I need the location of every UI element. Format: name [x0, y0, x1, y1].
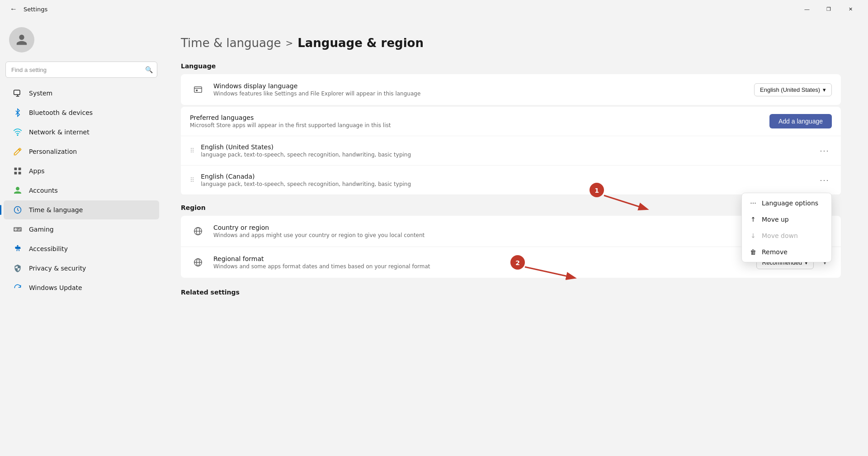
back-button[interactable]: ←: [7, 3, 20, 15]
language-section-label: Language: [181, 62, 841, 70]
personalization-nav-icon: [13, 147, 23, 157]
display-language-dropdown[interactable]: English (United States) ▾: [754, 83, 832, 96]
search-input[interactable]: [5, 62, 157, 78]
display-language-card: Windows display language Windows feature…: [181, 74, 841, 105]
display-language-action: English (United States) ▾: [754, 83, 832, 96]
svg-rect-4: [14, 172, 17, 175]
english-us-action: ···: [817, 143, 832, 158]
maximize-button[interactable]: ❐: [818, 2, 839, 16]
sidebar-item-network[interactable]: Network & internet: [4, 123, 159, 142]
app-title: Settings: [24, 6, 47, 13]
remove-icon: 🗑: [749, 248, 757, 256]
english-us-more-button[interactable]: ···: [817, 143, 832, 158]
breadcrumb: Time & language > Language & region: [181, 36, 841, 50]
country-icon: [190, 223, 206, 239]
minimize-button[interactable]: —: [797, 2, 817, 16]
sidebar-item-bluetooth[interactable]: Bluetooth & devices: [4, 103, 159, 122]
sidebar-item-accounts[interactable]: Accounts: [4, 181, 159, 200]
remove-item[interactable]: 🗑 Remove: [742, 244, 831, 260]
close-button[interactable]: ✕: [840, 2, 861, 16]
breadcrumb-parent: Time & language: [181, 36, 281, 50]
avatar: [9, 27, 34, 52]
search-container: 🔍: [5, 62, 157, 78]
breadcrumb-separator: >: [285, 38, 293, 48]
display-language-title: Windows display language: [213, 82, 747, 90]
language-options-icon: ···: [749, 200, 757, 207]
english-ca-title: English (Canada): [201, 173, 810, 180]
english-ca-row: ⠿ English (Canada) language pack, text-t…: [181, 166, 841, 195]
gaming-nav-icon: [13, 224, 23, 234]
language-options-label: Language options: [762, 200, 818, 207]
related-section-label: Related settings: [181, 289, 841, 296]
move-up-item[interactable]: ↑ Move up: [742, 211, 831, 228]
country-title: Country or region: [213, 224, 832, 231]
regional-format-title: Regional format: [213, 255, 749, 262]
move-down-icon: ↓: [749, 232, 757, 239]
remove-label: Remove: [762, 248, 788, 256]
accounts-nav-icon: [13, 185, 23, 195]
regional-format-subtitle: Windows and some apps format dates and t…: [213, 263, 749, 270]
regional-format-text: Regional format Windows and some apps fo…: [213, 255, 749, 270]
regional-format-icon: [190, 254, 206, 271]
country-text: Country or region Windows and apps might…: [213, 224, 832, 238]
move-down-item: ↓ Move down: [742, 228, 831, 244]
language-options-item[interactable]: ··· Language options: [742, 195, 831, 211]
titlebar: ← Settings — ❐ ✕: [0, 0, 868, 18]
english-ca-subtitle: language pack, text-to-speech, speech re…: [201, 181, 810, 187]
sidebar-item-privacy[interactable]: Privacy & security: [4, 259, 159, 278]
english-ca-text: English (Canada) language pack, text-to-…: [201, 173, 810, 187]
country-subtitle: Windows and apps might use your country …: [213, 232, 832, 238]
sidebar-item-update[interactable]: Windows Update: [4, 278, 159, 297]
sidebar-item-time[interactable]: Time & language: [4, 200, 159, 219]
network-nav-icon: [13, 127, 23, 137]
sidebar-item-personalization[interactable]: Personalization: [4, 142, 159, 161]
sidebar-item-label-time: Time & language: [29, 206, 83, 214]
english-us-title: English (United States): [201, 143, 810, 151]
preferred-languages-text: Preferred languages Microsoft Store apps…: [190, 114, 762, 128]
language-context-menu: ··· Language options ↑ Move up ↓ Move do…: [741, 193, 832, 262]
sidebar-item-label-apps: Apps: [29, 167, 45, 175]
apps-nav-icon: [13, 166, 23, 176]
chevron-down-icon: ▾: [823, 86, 826, 93]
sidebar-item-label-gaming: Gaming: [29, 226, 54, 233]
app-body: 🔍 SystemBluetooth & devicesNetwork & int…: [0, 18, 868, 456]
english-us-subtitle: language pack, text-to-speech, speech re…: [201, 152, 810, 158]
english-us-row: ⠿ English (United States) language pack,…: [181, 136, 841, 166]
drag-handle-us[interactable]: ⠿: [190, 147, 194, 154]
accessibility-nav-icon: [13, 244, 23, 254]
sidebar-item-system[interactable]: System: [4, 84, 159, 103]
svg-rect-5: [19, 172, 21, 175]
english-ca-more-button[interactable]: ···: [817, 173, 832, 187]
nav-list: SystemBluetooth & devicesNetwork & inter…: [0, 83, 163, 298]
main-content: Time & language > Language & region Lang…: [163, 18, 868, 456]
sidebar-item-accessibility[interactable]: Accessibility: [4, 239, 159, 258]
bluetooth-nav-icon: [13, 108, 23, 118]
display-language-icon: [190, 81, 206, 98]
sidebar-item-gaming[interactable]: Gaming: [4, 220, 159, 239]
sidebar-item-apps[interactable]: Apps: [4, 162, 159, 180]
sidebar-item-label-bluetooth: Bluetooth & devices: [29, 109, 93, 116]
svg-point-1: [17, 135, 18, 136]
display-language-text: Windows display language Windows feature…: [213, 82, 747, 97]
drag-handle-ca[interactable]: ⠿: [190, 176, 194, 184]
preferred-languages-title: Preferred languages: [190, 114, 762, 121]
svg-rect-2: [14, 168, 17, 171]
english-ca-wrapper: ⠿ English (Canada) language pack, text-t…: [181, 166, 841, 195]
english-us-text: English (United States) language pack, t…: [201, 143, 810, 158]
sidebar-item-label-accounts: Accounts: [29, 187, 58, 194]
sidebar: 🔍 SystemBluetooth & devicesNetwork & int…: [0, 18, 163, 456]
svg-rect-8: [194, 87, 202, 93]
move-up-icon: ↑: [749, 216, 757, 223]
sidebar-item-label-system: System: [29, 90, 52, 97]
preferred-languages-action: Add a language: [769, 114, 832, 128]
display-language-row: Windows display language Windows feature…: [181, 74, 841, 105]
display-language-subtitle: Windows features like Settings and File …: [213, 90, 747, 97]
window-controls: — ❐ ✕: [797, 2, 861, 16]
breadcrumb-current: Language & region: [297, 36, 424, 50]
svg-rect-0: [14, 90, 20, 95]
sidebar-item-label-update: Windows Update: [29, 284, 82, 291]
english-ca-action: ···: [817, 173, 832, 187]
sidebar-item-label-accessibility: Accessibility: [29, 245, 68, 252]
svg-rect-9: [196, 90, 198, 91]
add-language-button[interactable]: Add a language: [769, 114, 832, 128]
